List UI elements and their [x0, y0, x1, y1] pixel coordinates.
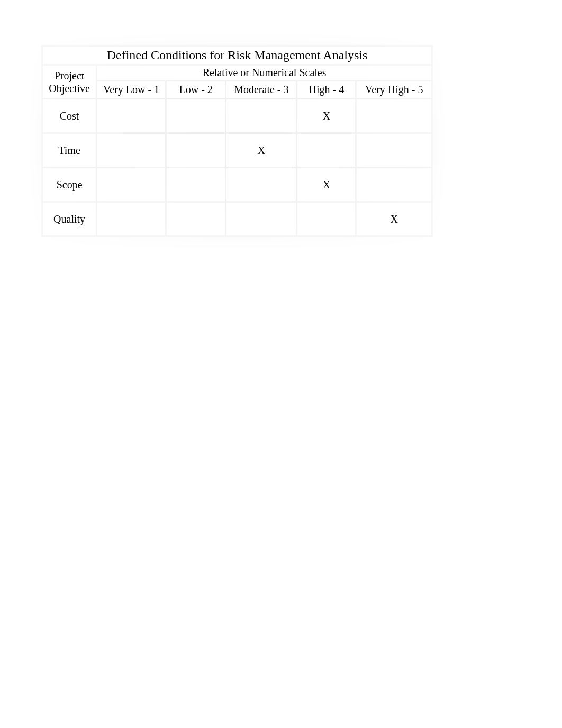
header-row-1: Project Objective Relative or Numerical …: [43, 66, 431, 80]
cell: [226, 99, 296, 132]
cell: X: [297, 99, 355, 132]
table-row: Time X: [43, 134, 431, 167]
scales-header: Relative or Numerical Scales: [97, 66, 431, 80]
objective-header-line1: Project: [55, 70, 85, 81]
risk-conditions-table: Defined Conditions for Risk Management A…: [41, 45, 433, 237]
cell: [167, 99, 225, 132]
objective-header-line2: Objective: [49, 83, 90, 94]
cell: [167, 134, 225, 167]
scale-label-4: High - 4: [297, 81, 355, 98]
cell: X: [297, 168, 355, 201]
scale-label-3: Moderate - 3: [226, 81, 296, 98]
cell: [357, 168, 431, 201]
cell: [226, 168, 296, 201]
cell: [357, 134, 431, 167]
cell: [97, 203, 165, 235]
table-row: Cost X: [43, 99, 431, 132]
cell: [97, 168, 165, 201]
row-label-quality: Quality: [43, 203, 96, 235]
scale-label-5: Very High - 5: [357, 81, 431, 98]
cell: X: [226, 134, 296, 167]
cell: [167, 203, 225, 235]
row-label-cost: Cost: [43, 99, 96, 132]
cell: [357, 99, 431, 132]
table-row: Scope X: [43, 168, 431, 201]
cell: [167, 168, 225, 201]
row-label-time: Time: [43, 134, 96, 167]
row-label-scope: Scope: [43, 168, 96, 201]
cell: [97, 99, 165, 132]
scale-label-1: Very Low - 1: [97, 81, 165, 98]
scale-label-2: Low - 2: [167, 81, 225, 98]
objective-header: Project Objective: [43, 66, 96, 98]
cell: [297, 203, 355, 235]
risk-conditions-table-wrap: Defined Conditions for Risk Management A…: [41, 45, 433, 237]
cell: X: [357, 203, 431, 235]
cell: [297, 134, 355, 167]
cell: [97, 134, 165, 167]
table-title: Defined Conditions for Risk Management A…: [43, 47, 431, 64]
cell: [226, 203, 296, 235]
title-row: Defined Conditions for Risk Management A…: [43, 47, 431, 64]
header-row-2: Very Low - 1 Low - 2 Moderate - 3 High -…: [43, 81, 431, 98]
table-row: Quality X: [43, 203, 431, 235]
